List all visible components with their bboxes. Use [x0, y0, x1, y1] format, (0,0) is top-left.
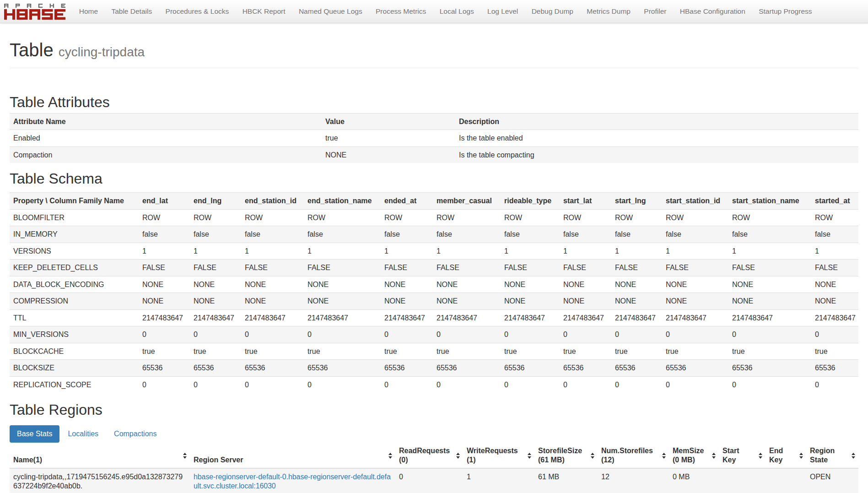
nav-link-table-details[interactable]: Table Details	[105, 0, 159, 23]
schema-value: 2147483647	[139, 309, 190, 326]
table-name: cycling-tripdata	[59, 45, 145, 59]
schema-value: 1	[811, 243, 858, 260]
schema-property: KEEP_DELETED_CELLS	[10, 260, 139, 276]
schema-value: 2147483647	[611, 309, 662, 326]
schema-value: 65536	[560, 360, 611, 377]
schema-value: 0	[811, 376, 858, 393]
schema-value: NONE	[560, 293, 611, 310]
nav-link-local-logs[interactable]: Local Logs	[433, 0, 480, 23]
tab-compactions-link[interactable]: Compactions	[107, 425, 164, 443]
regions-column-header[interactable]: MemSize (0 MB)	[669, 443, 719, 468]
nav-link-process-metrics[interactable]: Process Metrics	[369, 0, 433, 23]
schema-value: 0	[433, 326, 501, 343]
regions-column-label: WriteRequests (1)	[467, 447, 518, 464]
hbase-logo[interactable]	[4, 4, 65, 20]
schema-property: BLOOMFILTER	[10, 209, 139, 226]
schema-value: false	[611, 226, 662, 243]
schema-heading: Table Schema	[10, 171, 858, 187]
regions-column-header[interactable]: Start Key	[719, 443, 766, 468]
schema-value: ROW	[381, 209, 433, 226]
nav-link-log-level[interactable]: Log Level	[480, 0, 525, 23]
schema-value: false	[560, 226, 611, 243]
attributes-header-row: Attribute NameValueDescription	[10, 113, 858, 130]
schema-value: false	[728, 226, 811, 243]
page-header: Table cycling-tripdata	[10, 40, 858, 68]
navbar: Home Table Details Procedures & Locks HB…	[0, 0, 868, 23]
nav-item: Home	[72, 0, 105, 23]
attributes-table: Attribute NameValueDescription Enabledtr…	[10, 113, 858, 163]
schema-value: true	[304, 343, 381, 360]
region-row: cycling-tripdata,,1719475156245.e95d0a13…	[10, 468, 858, 493]
attribute-name: Enabled	[10, 130, 322, 147]
regions-column-header[interactable]: Name(1)	[10, 443, 190, 468]
nav-item: Log Level	[480, 0, 525, 23]
schema-value: 0	[241, 326, 304, 343]
regions-column-header[interactable]: End Key	[766, 443, 806, 468]
regions-column-header[interactable]: Region Server	[190, 443, 395, 468]
nav-menu: Home Table Details Procedures & Locks HB…	[72, 0, 819, 23]
schema-property: BLOCKSIZE	[10, 360, 139, 377]
schema-value: 0	[304, 376, 381, 393]
region-num-storefiles: 12	[598, 468, 669, 493]
schema-value: true	[611, 343, 662, 360]
sort-icon	[759, 453, 763, 459]
regions-column-label: Region Server	[194, 456, 243, 464]
schema-value: 0	[381, 376, 433, 393]
schema-value: FALSE	[811, 260, 858, 276]
schema-value: FALSE	[304, 260, 381, 276]
schema-property: MIN_VERSIONS	[10, 326, 139, 343]
schema-value: ROW	[611, 209, 662, 226]
nav-link-home[interactable]: Home	[72, 0, 105, 23]
schema-value: 65536	[241, 360, 304, 377]
region-server-link[interactable]: hbase-regionserver-default-0.hbase-regio…	[194, 473, 391, 490]
regions-column-header[interactable]: WriteRequests (1)	[463, 443, 534, 468]
schema-value: false	[501, 226, 560, 243]
schema-value: 1	[501, 243, 560, 260]
regions-column-header[interactable]: Num.Storefiles (12)	[598, 443, 669, 468]
attribute-description: Is the table enabled	[455, 130, 858, 147]
table-row: DATA_BLOCK_ENCODINGNONENONENONENONENONEN…	[10, 276, 858, 293]
sort-icon	[183, 453, 187, 459]
region-end-key	[766, 468, 806, 493]
nav-item: Table Details	[105, 0, 159, 23]
schema-value: true	[811, 343, 858, 360]
region-server-cell: hbase-regionserver-default-0.hbase-regio…	[190, 468, 395, 493]
schema-column-family: end_station_id	[241, 193, 304, 210]
schema-value: true	[501, 343, 560, 360]
region-start-key	[719, 468, 766, 493]
region-mem-size: 0 MB	[669, 468, 719, 493]
sort-icon	[388, 453, 393, 459]
schema-value: FALSE	[190, 260, 241, 276]
schema-property: TTL	[10, 309, 139, 326]
schema-value: 2147483647	[501, 309, 560, 326]
schema-value: true	[433, 343, 501, 360]
table-row: MIN_VERSIONS000000000000	[10, 326, 858, 343]
schema-property: BLOCKCACHE	[10, 343, 139, 360]
schema-value: NONE	[433, 293, 501, 310]
schema-value: FALSE	[501, 260, 560, 276]
regions-column-header[interactable]: ReadRequests (0)	[395, 443, 463, 468]
schema-value: 0	[811, 326, 858, 343]
schema-value: 0	[139, 326, 190, 343]
nav-link-startup-progress[interactable]: Startup Progress	[752, 0, 819, 23]
nav-link-profiler[interactable]: Profiler	[637, 0, 673, 23]
schema-value: ROW	[662, 209, 728, 226]
nav-link-procedures-locks[interactable]: Procedures & Locks	[159, 0, 236, 23]
tab-base-stats-link[interactable]: Base Stats	[10, 425, 59, 443]
schema-value: NONE	[728, 293, 811, 310]
schema-value: 65536	[139, 360, 190, 377]
regions-column-header[interactable]: StorefileSize (61 MB)	[534, 443, 598, 468]
nav-link-debug-dump[interactable]: Debug Dump	[525, 0, 580, 23]
attributes-col-value: Value	[322, 113, 455, 130]
regions-column-header[interactable]: Region State	[806, 443, 858, 468]
nav-link-hbck-report[interactable]: HBCK Report	[236, 0, 292, 23]
schema-column-family: rideable_type	[501, 193, 560, 210]
sort-icon	[662, 453, 666, 459]
nav-link-hbase-configuration[interactable]: HBase Configuration	[673, 0, 752, 23]
nav-link-named-queue-logs[interactable]: Named Queue Logs	[292, 0, 369, 23]
tab-localities-link[interactable]: Localities	[60, 425, 106, 443]
nav-link-metrics-dump[interactable]: Metrics Dump	[580, 0, 637, 23]
attributes-heading: Table Attributes	[10, 94, 858, 110]
schema-value: false	[139, 226, 190, 243]
schema-value: 65536	[728, 360, 811, 377]
